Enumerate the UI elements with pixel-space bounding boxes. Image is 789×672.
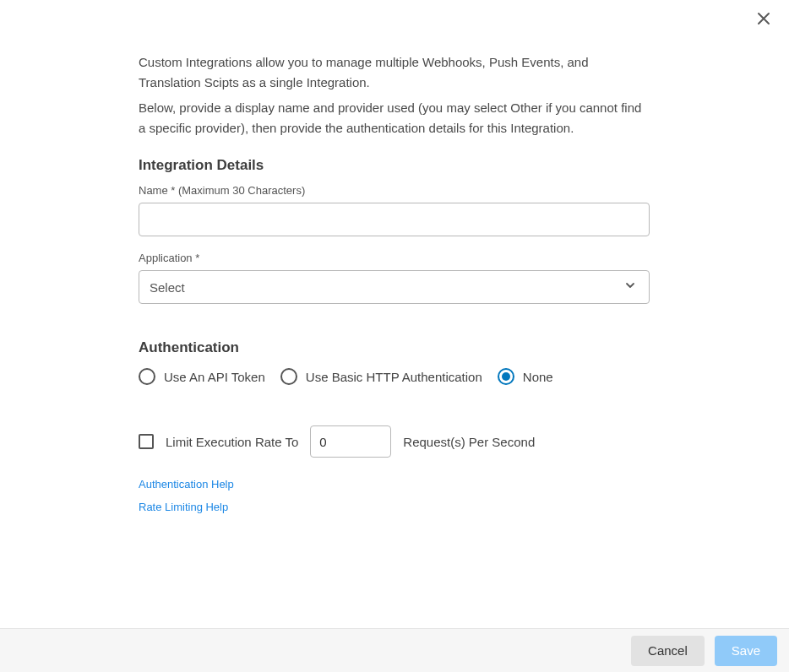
radio-basic-http-label: Use Basic HTTP Authentication	[306, 370, 482, 384]
rate-limit-input[interactable]	[310, 425, 391, 458]
close-icon	[757, 8, 770, 30]
rate-limit-label: Limit Execution Rate To	[166, 435, 298, 449]
rate-limit-checkbox[interactable]	[139, 434, 154, 449]
authentication-section: Authentication Use An API Token Use Basi…	[139, 339, 650, 513]
authentication-title: Authentication	[139, 339, 650, 356]
radio-none[interactable]: None	[498, 368, 553, 385]
cancel-button[interactable]: Cancel	[631, 636, 705, 666]
radio-api-token[interactable]: Use An API Token	[139, 368, 265, 385]
radio-dot-icon	[502, 372, 510, 381]
close-button[interactable]	[754, 7, 774, 32]
radio-none-label: None	[523, 370, 553, 384]
rate-limit-suffix: Request(s) Per Second	[403, 435, 535, 449]
authentication-help-link[interactable]: Authentication Help	[139, 478, 650, 490]
rate-limit-row: Limit Execution Rate To Request(s) Per S…	[139, 425, 650, 458]
intro-paragraph-2: Below, provide a display name and provid…	[139, 98, 650, 138]
name-input[interactable]	[139, 203, 650, 236]
application-field-group: Application * Select	[139, 252, 650, 304]
modal-content: Custom Integrations allow you to manage …	[0, 0, 789, 513]
name-label: Name * (Maximum 30 Characters)	[139, 184, 650, 197]
save-button[interactable]: Save	[715, 636, 777, 666]
application-select[interactable]: Select	[139, 270, 650, 304]
radio-icon	[280, 368, 297, 385]
radio-basic-http[interactable]: Use Basic HTTP Authentication	[280, 368, 482, 385]
name-field-group: Name * (Maximum 30 Characters)	[139, 184, 650, 236]
application-label: Application *	[139, 252, 650, 264]
rate-limiting-help-link[interactable]: Rate Limiting Help	[139, 501, 650, 513]
footer-bar: Cancel Save	[0, 628, 789, 672]
radio-icon-selected	[498, 368, 514, 385]
integration-details-title: Integration Details	[139, 157, 650, 174]
auth-radio-group: Use An API Token Use Basic HTTP Authenti…	[139, 368, 650, 385]
radio-api-token-label: Use An API Token	[164, 370, 265, 384]
intro-paragraph-1: Custom Integrations allow you to manage …	[139, 52, 650, 93]
radio-icon	[139, 368, 155, 385]
application-select-value: Select	[150, 280, 185, 295]
